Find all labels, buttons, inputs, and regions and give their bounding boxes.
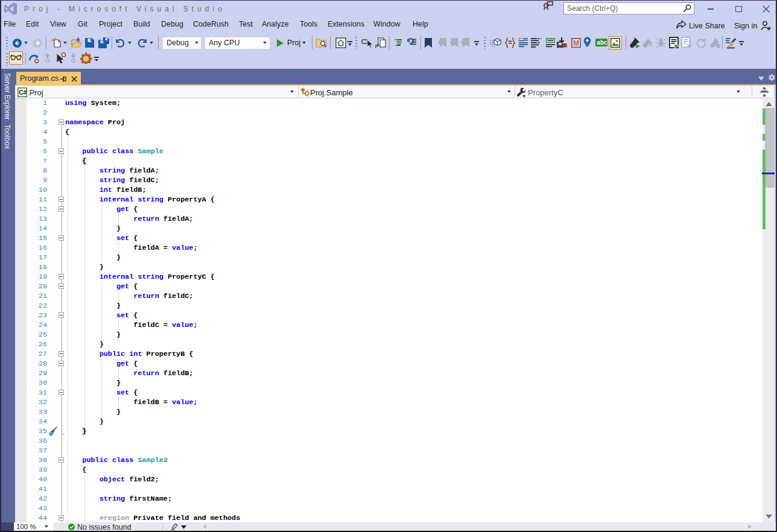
svg-text:M: M — [573, 39, 579, 46]
svg-text:abc: abc — [597, 39, 607, 46]
svg-text:C#: C# — [19, 89, 27, 96]
